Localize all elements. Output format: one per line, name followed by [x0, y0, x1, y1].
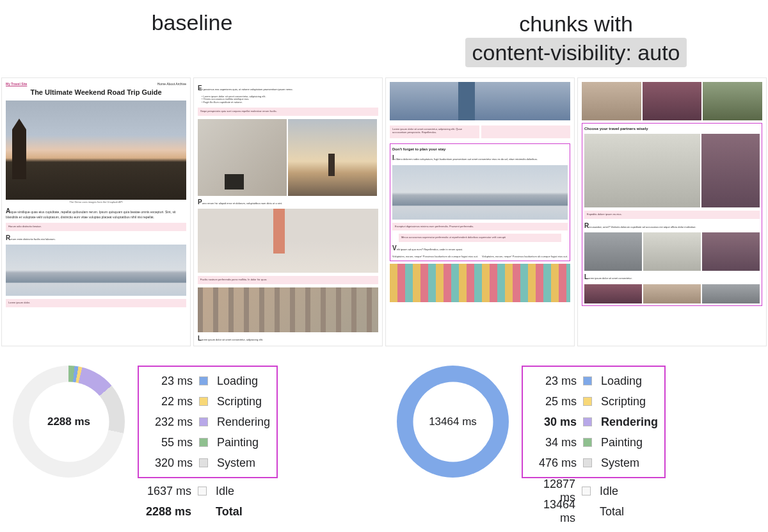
text-col-right — [481, 125, 571, 138]
legend-highlighted-group: 23 msLoading22 msScripting232 msRenderin… — [138, 366, 278, 478]
legend-row-loading: 23 msLoading — [145, 371, 270, 391]
legend-row-rendering: 232 msRendering — [145, 412, 270, 432]
heading-baseline: baseline — [0, 10, 384, 67]
cv-page-b: Choose your travel partners wisely Exped… — [577, 77, 767, 346]
callout-box-6: Minus accusamus aspernatur perferendis u… — [399, 234, 561, 242]
gallery-img-7 — [584, 284, 642, 303]
body-para-a: Rerum enim distinctio facilis nisi labor… — [6, 234, 186, 243]
gallery-img-1 — [582, 82, 641, 120]
code-chip: content-visibility: auto — [465, 38, 686, 68]
legend-value: 34 ms — [529, 436, 577, 449]
legend-value: 232 ms — [145, 415, 193, 429]
perf-baseline: 2288 ms 23 msLoading22 msScripting232 ms… — [0, 362, 384, 524]
hero-image — [6, 101, 186, 200]
legend-swatch — [199, 417, 208, 426]
legend-label: Rendering — [601, 415, 658, 429]
legend-row-scripting: 22 msScripting — [145, 391, 270, 412]
total-value: 2288 ms — [144, 505, 191, 519]
legend-swatch — [583, 417, 592, 426]
donut-chart-cv: 13464 ms — [397, 366, 509, 478]
legend-label: Loading — [601, 375, 642, 388]
legend-value: 55 ms — [145, 436, 193, 449]
mountain-image — [6, 245, 186, 296]
comparison-figure: baseline chunks with content-visibility:… — [0, 0, 768, 532]
legend-baseline: 23 msLoading22 msScripting232 msRenderin… — [138, 366, 278, 524]
legend-swatch — [199, 438, 208, 447]
mountain-wide-image — [392, 165, 568, 220]
section-title-plan-stay: Don't forget to plan your stay — [392, 147, 568, 152]
brand-link: My Travel Site — [6, 82, 27, 86]
text-col-b: Voluptates, earum, neque! Possimus lauda… — [482, 255, 568, 259]
legend-label: Rendering — [217, 415, 270, 429]
performance-row: 2288 ms 23 msLoading22 msScripting232 ms… — [0, 362, 768, 524]
total-value-cv: 13464 ms — [528, 498, 575, 525]
heading-line1: chunks with — [519, 12, 633, 36]
section-para-a2: Velit ipsam ad quo eum? Repellendus, und… — [392, 245, 568, 253]
idle-value: 1637 ms — [144, 485, 191, 498]
body-para-b2: Lorem ipsum dolor sit amet consectetur, … — [198, 335, 378, 343]
partners-image-large — [584, 134, 700, 207]
legend-value: 23 ms — [529, 375, 577, 388]
colorful-street-image — [390, 264, 570, 302]
total-label-cv: Total — [600, 505, 624, 519]
donut-total-baseline: 2288 ms — [47, 415, 90, 428]
legend-swatch — [583, 458, 592, 467]
legend-idle: 1637 ms Idle — [144, 481, 271, 501]
legend-swatch — [583, 376, 592, 385]
section-para-b2: Lorem ipsum dolor sit amet consectetur. — [584, 273, 760, 282]
cv-screenshots: Lorem ipsum dolor sit amet consectetur, … — [384, 77, 768, 346]
cv-page-a: Lorem ipsum dolor sit amet consectetur, … — [385, 77, 575, 346]
baseline-screenshots: My Travel Site Home About Archive The Ul… — [0, 77, 384, 346]
legend-row-loading: 23 msLoading — [529, 371, 658, 391]
baseline-page-b: Et possimus eos asperiores quia, ut rati… — [193, 77, 383, 346]
screenshot-row: My Travel Site Home About Archive The Ul… — [0, 77, 768, 346]
baseline-page-a: My Travel Site Home About Archive The Ul… — [1, 77, 191, 346]
gallery-img-2 — [643, 82, 702, 120]
legend-value: 23 ms — [145, 375, 193, 388]
legend-row-scripting: 25 msScripting — [529, 391, 658, 412]
heading-row: baseline chunks with content-visibility:… — [0, 10, 768, 67]
legend-label: System — [601, 456, 639, 470]
legend-swatch — [199, 458, 208, 467]
legend-label: Scripting — [217, 395, 262, 408]
legend-row-painting: 34 msPainting — [529, 432, 658, 453]
legend-value: 25 ms — [529, 395, 577, 408]
highlighted-section-b: Choose your travel partners wisely Exped… — [582, 123, 762, 306]
nav-links: Home About Archive — [157, 82, 186, 86]
legend-label: Loading — [217, 375, 258, 388]
legend-row-system: 476 msSystem — [529, 453, 658, 473]
highlighted-section-a: Don't forget to plan your stay In libero… — [390, 143, 570, 261]
total-label: Total — [216, 505, 243, 519]
donut-total-cv: 13464 ms — [429, 415, 477, 428]
callout-box-2: Lorem ipsum dolor. — [6, 299, 186, 307]
list-intro: Et possimus eos asperiores quia, ut rati… — [198, 85, 378, 93]
legend-swatch — [199, 376, 208, 385]
callout-box-7: Expedita dolore ipsum ea eius. — [584, 211, 760, 219]
street-image — [198, 287, 378, 332]
legend-swatch — [199, 397, 208, 406]
legend-label: Painting — [217, 436, 259, 449]
legend-total: 2288 ms Total — [144, 501, 271, 522]
gallery-img-9 — [702, 284, 760, 303]
bullet-list: • Lorem ipsum dolor sit amet consectetur… — [198, 95, 378, 104]
motorcycle-image — [198, 119, 287, 196]
partners-image-small — [701, 134, 760, 207]
legend-label: Painting — [601, 436, 643, 449]
gallery-img-5 — [643, 232, 701, 271]
idle-label: Idle — [216, 485, 234, 498]
legend-row-system: 320 msSystem — [145, 453, 270, 473]
legend-value: 22 ms — [145, 395, 193, 408]
gallery-img-3 — [703, 82, 762, 120]
callout-box: Harum odio distinctio beatae. — [6, 223, 186, 231]
hero-caption: The Demo uses images from the Unsplash A… — [6, 201, 186, 204]
gallery-img-6 — [702, 232, 760, 271]
legend-total-cv: 13464 ms Total — [528, 501, 659, 522]
legend-swatch — [583, 397, 592, 406]
legend-value: 30 ms — [529, 415, 577, 429]
text-col-left: Lorem ipsum dolor sit amet consectetur, … — [390, 125, 479, 138]
legend-extra-group-cv: 12877 ms Idle 13464 ms Total — [522, 478, 666, 524]
section-para-b1: Recusandae, amet? Veritatis dolorum cupi… — [584, 222, 760, 230]
legend-label: System — [217, 456, 255, 470]
section-para-a: In libero dolorem nobis voluptatum, fugi… — [392, 154, 568, 163]
callout-box-4: Facilis nostrum perferendis porro mollit… — [198, 276, 378, 284]
